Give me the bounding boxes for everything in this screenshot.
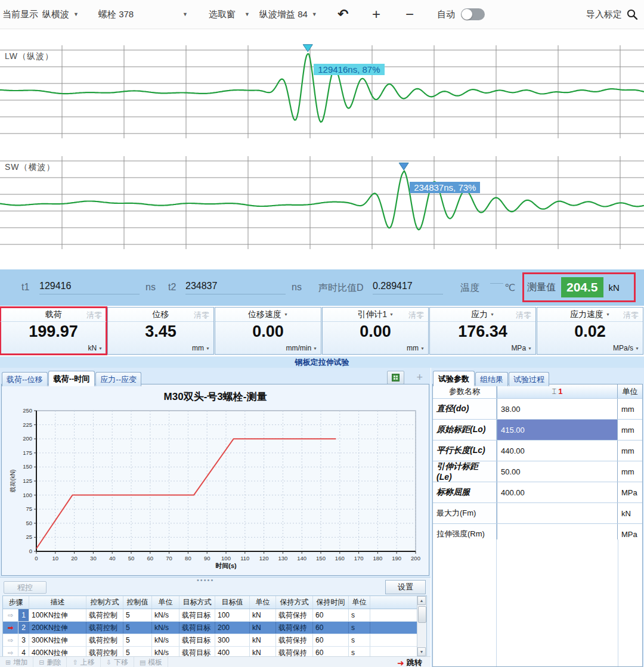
jump-label: 跳转 bbox=[407, 657, 422, 667]
meter-stress-speed-clear-button[interactable]: 清零 bbox=[623, 310, 639, 321]
param-value-cell[interactable]: 415.00 bbox=[497, 420, 618, 440]
param-name: 原始标距(Lo) bbox=[433, 420, 497, 440]
program-cell: s bbox=[349, 609, 370, 621]
splitter-grip-icon[interactable]: ••••• bbox=[197, 576, 214, 584]
undo-icon[interactable]: ↶ bbox=[338, 0, 348, 29]
jump-button[interactable]: ➜ 跳转 bbox=[397, 657, 422, 667]
meter-extensometer1-value: 0.00 bbox=[323, 322, 428, 341]
unit-text: MPa/s bbox=[613, 344, 633, 352]
tab-param-2[interactable]: 试验过程 bbox=[509, 372, 549, 386]
meter-stress-clear-button[interactable]: 清零 bbox=[516, 310, 531, 321]
sw-waveform-plot[interactable] bbox=[0, 154, 644, 252]
load-time-plot[interactable]: 0102030405060708090100110120130140150160… bbox=[7, 406, 424, 573]
param-value-cell[interactable]: 38.00 bbox=[497, 399, 618, 419]
meter-disp-speed-label[interactable]: 位移速度 bbox=[248, 309, 281, 320]
meter-stress-speed-label[interactable]: 应力速度 bbox=[570, 309, 603, 320]
program-header-4: 目标方式 bbox=[179, 596, 215, 609]
meter-extensometer1-clear-button[interactable]: 清零 bbox=[408, 310, 424, 321]
step-arrow-icon: ⇨ bbox=[3, 637, 18, 644]
program-table-scrollbar[interactable]: ▲ ▼ bbox=[417, 596, 426, 656]
program-button-下移[interactable]: ⇩下移 bbox=[101, 657, 134, 667]
param-value-cell[interactable] bbox=[497, 503, 618, 523]
param-unit: mm bbox=[618, 399, 642, 419]
program-cell: kN bbox=[250, 634, 276, 646]
meter-load-clear-button[interactable]: 清零 bbox=[86, 310, 102, 321]
scroll-down-icon[interactable]: ▼ bbox=[417, 647, 426, 656]
program-header-2: 控制值 bbox=[123, 596, 152, 609]
svg-text:175: 175 bbox=[23, 449, 32, 456]
scroll-up-icon[interactable]: ▲ bbox=[417, 596, 426, 605]
meter-disp-speed-unit-dropdown[interactable]: mm/min▼ bbox=[286, 344, 317, 352]
lw-waveform-marker-icon[interactable] bbox=[303, 45, 312, 52]
ratio-value[interactable]: 0.289417 bbox=[373, 281, 443, 294]
meter-displacement-clear-button[interactable]: 清零 bbox=[194, 310, 209, 321]
chart-settings-button[interactable] bbox=[387, 371, 404, 384]
program-step-row[interactable]: ⇨1100KN拉伸载荷控制5kN/s载荷目标100kN载荷保持60s bbox=[3, 609, 426, 622]
select-window-dropdown[interactable]: 选取窗 ▼ bbox=[209, 0, 250, 29]
meter-load-unit-dropdown[interactable]: kN▼ bbox=[88, 344, 103, 352]
time-info-bar: t1 129416 ns t2 234837 ns 声时比值D 0.289417… bbox=[0, 269, 644, 306]
meter-stress-unit-dropdown[interactable]: MPa▼ bbox=[511, 344, 532, 352]
temperature-label: 温度 bbox=[460, 282, 479, 294]
program-cell: 载荷控制 bbox=[86, 622, 123, 634]
import-calibration-button[interactable]: 导入标定 bbox=[586, 0, 622, 29]
scrollbar-thumb[interactable] bbox=[418, 606, 426, 623]
zoom-in-icon[interactable]: + bbox=[372, 0, 380, 29]
param-unit: mm bbox=[618, 440, 642, 461]
program-tab[interactable]: 程控 bbox=[4, 581, 47, 594]
param-header-unit: 单位 bbox=[618, 384, 642, 398]
tab-curve-2[interactable]: 应力--应变 bbox=[95, 372, 141, 386]
search-icon[interactable] bbox=[626, 0, 638, 29]
chevron-down-icon: ▼ bbox=[284, 312, 288, 317]
param-value-cell[interactable]: 440.00 bbox=[497, 440, 618, 461]
meter-extensometer1-label[interactable]: 引伸计1 bbox=[357, 309, 387, 320]
gain-dropdown[interactable]: 纵波增益 84 ▼ bbox=[259, 0, 317, 29]
program-button-增加[interactable]: ⊞增加 bbox=[0, 657, 33, 667]
tab-param-0[interactable]: 试验参数 bbox=[433, 371, 475, 386]
display-mode-dropdown[interactable]: 当前显示 纵横波 ▼ bbox=[2, 0, 79, 29]
settings-button[interactable]: 设置 bbox=[385, 580, 426, 594]
meter-stress-label[interactable]: 应力 bbox=[471, 309, 488, 320]
meter-displacement-unit-dropdown[interactable]: mm▼ bbox=[192, 344, 210, 352]
program-step-row[interactable]: ➡2200KN拉伸载荷控制5kN/s载荷目标200kN载荷保持60s bbox=[3, 622, 426, 634]
specimen-icon: ⌶ bbox=[552, 387, 556, 396]
meter-extensometer1: 引伸计1▼清零0.00mm▼ bbox=[322, 307, 429, 355]
program-button-上移[interactable]: ⇧上移 bbox=[67, 657, 100, 667]
meter-displacement-label: 位移 bbox=[153, 309, 169, 320]
param-unit: mm bbox=[618, 461, 642, 482]
t2-input[interactable]: 234837 bbox=[185, 281, 286, 294]
program-header-5: 目标值 bbox=[215, 596, 250, 609]
tab-param-1[interactable]: 组结果 bbox=[475, 372, 508, 386]
chart-title: M30双头-号3螺栓-测量 bbox=[2, 390, 429, 404]
zoom-out-icon[interactable]: − bbox=[405, 0, 414, 29]
auto-toggle[interactable] bbox=[461, 0, 485, 29]
unit-text: mm/min bbox=[286, 344, 311, 352]
param-value-cell[interactable]: 400.00 bbox=[497, 482, 618, 502]
program-button-模板[interactable]: ▤模板 bbox=[134, 657, 168, 667]
add-tab-icon[interactable]: + bbox=[416, 371, 423, 384]
bolt-dropdown[interactable]: 螺栓 378 ▼ bbox=[98, 0, 188, 29]
program-cell: 100 bbox=[215, 609, 250, 621]
temperature-input[interactable] bbox=[490, 281, 503, 284]
param-value-cell[interactable]: 50.00 bbox=[497, 461, 618, 482]
t1-unit: ns bbox=[145, 282, 156, 293]
program-cell: 300 bbox=[215, 634, 250, 646]
bolt-value: 螺栓 378 bbox=[98, 9, 134, 20]
tab-curve-0[interactable]: 载荷--位移 bbox=[2, 372, 48, 386]
meter-extensometer1-unit-dropdown[interactable]: mm▼ bbox=[407, 344, 425, 352]
t1-input[interactable]: 129416 bbox=[39, 281, 140, 294]
sw-wave-chart: SW（横波） 234837ns, 73% bbox=[0, 154, 644, 252]
svg-text:时间(s): 时间(s) bbox=[215, 562, 237, 569]
param-row: 原始标距(Lo)415.00mm bbox=[433, 420, 642, 440]
curve-tab-row: 载荷--位移载荷--时间应力--应变 bbox=[2, 371, 142, 386]
meter-stress-speed-unit-dropdown[interactable]: MPa/s▼ bbox=[613, 344, 639, 352]
gain-label: 纵波增益 84 bbox=[259, 9, 308, 20]
program-cell: 5 bbox=[123, 634, 152, 646]
tab-curve-1[interactable]: 载荷--时间 bbox=[48, 371, 95, 386]
ratio-label: 声时比值D bbox=[318, 282, 364, 294]
lw-waveform-plot[interactable] bbox=[0, 43, 644, 141]
program-step-row[interactable]: ⇨3300KN拉伸载荷控制5kN/s载荷目标300kN载荷保持60s bbox=[3, 634, 426, 647]
program-cell: 100KN拉伸 bbox=[29, 609, 86, 621]
sw-waveform-marker-icon[interactable] bbox=[399, 163, 408, 170]
program-button-删除[interactable]: ⊟删除 bbox=[33, 657, 67, 667]
